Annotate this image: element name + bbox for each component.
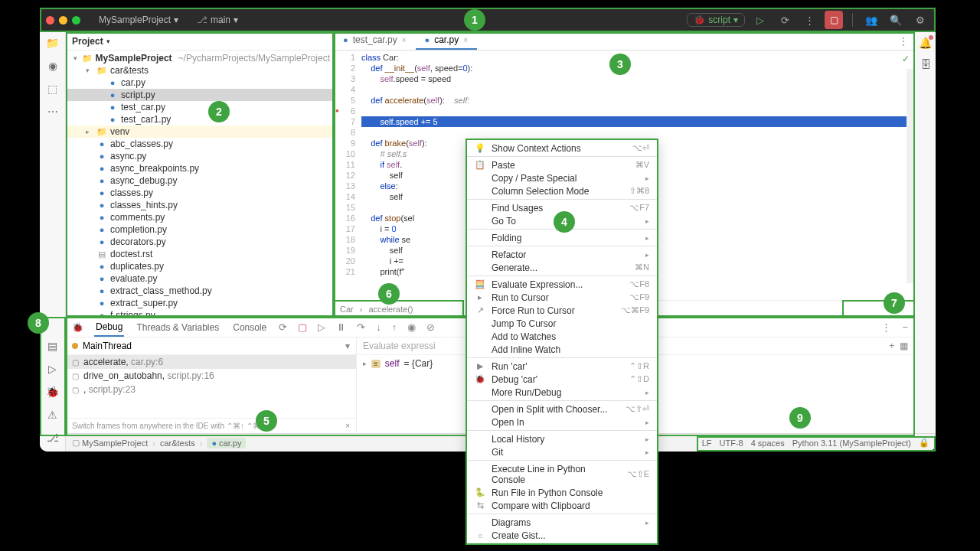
python-packages-icon[interactable]: ▤ bbox=[47, 340, 57, 352]
rerun-button[interactable]: ⟳ bbox=[776, 11, 794, 29]
context-menu-item[interactable]: Add Inline Watch bbox=[467, 343, 657, 356]
debug-more-icon[interactable]: ⋮ bbox=[881, 321, 891, 333]
threads-vars-tab[interactable]: Threads & Variables bbox=[135, 319, 220, 336]
context-menu-item[interactable]: ○Create Gist... bbox=[467, 529, 657, 542]
search-everywhere-icon[interactable]: 🔍 bbox=[887, 11, 905, 29]
notifications-icon[interactable]: 🔔 bbox=[919, 37, 932, 49]
add-watch-icon[interactable]: + bbox=[889, 341, 894, 351]
context-menu-item[interactable]: Column Selection Mode⇧⌘8 bbox=[467, 184, 657, 197]
vcs-branch-dropdown[interactable]: ⎇ main ▾ bbox=[191, 13, 244, 27]
context-menu-item[interactable]: 📋Paste⌘V bbox=[467, 158, 657, 171]
tree-item[interactable]: ●async.py bbox=[66, 150, 333, 162]
project-dropdown[interactable]: MySampleProject ▾ bbox=[93, 13, 185, 27]
context-menu-item[interactable]: Add to Watches bbox=[467, 330, 657, 343]
context-menu-item[interactable]: Local History▸ bbox=[467, 432, 657, 445]
close-hint-icon[interactable]: × bbox=[345, 422, 350, 430]
database-tool-icon[interactable]: 🗄 bbox=[920, 58, 931, 70]
step-into-icon[interactable]: ↓ bbox=[376, 321, 381, 333]
tree-item[interactable]: ▸📁venv bbox=[66, 126, 333, 138]
tree-item[interactable]: ●evaluate.py bbox=[66, 272, 333, 285]
tree-item[interactable]: ●async_breakpoints.py bbox=[66, 162, 333, 174]
context-menu-item[interactable]: Folding▸ bbox=[467, 231, 657, 244]
tree-item[interactable]: ●extract_class_method.py bbox=[66, 285, 333, 297]
context-menu-item[interactable]: Generate...⌘N bbox=[467, 261, 657, 274]
stack-frame[interactable]: ▢accelerate, car.py:6 bbox=[66, 355, 356, 369]
context-menu-item[interactable]: Copy / Paste Special▸ bbox=[467, 171, 657, 184]
tree-item[interactable]: ●comments.py bbox=[66, 211, 333, 223]
debug-tab[interactable]: Debug bbox=[94, 318, 124, 337]
tree-item[interactable]: ●f-strings.py bbox=[66, 309, 333, 317]
context-menu-item[interactable]: 🐍Run File in Python Console bbox=[467, 486, 657, 499]
tree-item[interactable]: ●completion.py bbox=[66, 223, 333, 236]
tree-item[interactable]: ●script.py bbox=[66, 89, 333, 101]
interpreter-widget[interactable]: Python 3.11 (MySampleProject) bbox=[792, 439, 911, 448]
mute-breakpoints-icon[interactable]: ⊘ bbox=[426, 321, 435, 333]
context-menu-item[interactable]: ⇆Compare with Clipboard bbox=[467, 499, 657, 512]
minimize-window-icon[interactable] bbox=[59, 16, 67, 24]
context-menu-item[interactable]: Execute Line in Python Console⌥⇧E bbox=[467, 462, 657, 486]
tree-item[interactable]: ●test_car.py bbox=[66, 101, 333, 113]
inspection-check-icon[interactable]: ✓ bbox=[902, 54, 910, 64]
context-menu-item[interactable]: ↗Force Run to Cursor⌥⌘F9 bbox=[467, 304, 657, 317]
step-over-icon[interactable]: ↷ bbox=[357, 321, 365, 333]
run-tool-icon[interactable]: ▷ bbox=[48, 363, 57, 375]
thread-selector[interactable]: MainThread ▾ bbox=[66, 337, 356, 355]
maximize-window-icon[interactable] bbox=[72, 16, 80, 24]
tree-item[interactable]: ●car.py bbox=[66, 77, 333, 89]
project-header[interactable]: Project ▾ bbox=[66, 32, 333, 51]
tree-item[interactable]: ●extract_super.py bbox=[66, 297, 333, 309]
context-menu-item[interactable]: 💡Show Context Actions⌥⏎ bbox=[467, 142, 657, 155]
lock-icon[interactable]: 🔒 bbox=[919, 438, 929, 448]
context-menu-item[interactable]: Jump To Cursor bbox=[467, 317, 657, 330]
pause-icon[interactable]: ⏸ bbox=[336, 321, 346, 333]
tree-item[interactable]: ●decorators.py bbox=[66, 236, 333, 248]
structure-tool-icon[interactable]: ⬚ bbox=[47, 83, 57, 95]
editor-tab[interactable]: ●car.py× bbox=[416, 31, 478, 50]
resume-icon[interactable]: ▷ bbox=[318, 321, 325, 333]
run-config-dropdown[interactable]: 🐞 script ▾ bbox=[687, 13, 745, 27]
tree-item[interactable]: ▤doctest.rst bbox=[66, 248, 333, 260]
tree-item[interactable]: ●classes_hints.py bbox=[66, 199, 333, 211]
vcs-tool-icon[interactable]: ⎇ bbox=[47, 432, 59, 444]
settings-icon[interactable]: ⚙ bbox=[911, 11, 929, 29]
more-run-button[interactable]: ⋮ bbox=[800, 11, 818, 29]
problems-tool-icon[interactable]: ⚠ bbox=[47, 409, 57, 421]
stop-debug-icon[interactable]: ▢ bbox=[298, 321, 307, 333]
context-menu-item[interactable]: More Run/Debug▸ bbox=[467, 386, 657, 399]
tree-item[interactable]: ●abc_classes.py bbox=[66, 138, 333, 150]
project-tool-icon[interactable]: 📁 bbox=[46, 37, 59, 49]
step-out-icon[interactable]: ↑ bbox=[392, 321, 397, 333]
editor-tab[interactable]: ●test_car.py× bbox=[334, 31, 416, 50]
encoding-widget[interactable]: UTF-8 bbox=[720, 439, 743, 448]
line-sep-widget[interactable]: LF bbox=[702, 439, 712, 448]
editor-tabs-more-icon[interactable]: ⋮ bbox=[893, 33, 914, 50]
view-breakpoints-icon[interactable]: ◉ bbox=[407, 321, 416, 333]
tree-item[interactable]: ●test_car1.py bbox=[66, 113, 333, 126]
hide-debug-icon[interactable]: − bbox=[902, 321, 908, 333]
indent-widget[interactable]: 4 spaces bbox=[751, 439, 785, 448]
commit-tool-icon[interactable]: ◉ bbox=[48, 60, 57, 72]
layout-icon[interactable]: ▦ bbox=[900, 341, 908, 351]
context-menu-item[interactable]: ▶Run 'car'⌃⇧R bbox=[467, 360, 657, 373]
console-tab[interactable]: Console bbox=[231, 319, 268, 336]
nav-breadcrumb[interactable]: ▢MySampleProject › car&tests › ●car.py bbox=[72, 438, 246, 448]
context-menu-item[interactable]: 🐞Debug 'car'⌃⇧D bbox=[467, 373, 657, 386]
run-button[interactable]: ▷ bbox=[751, 11, 769, 29]
stack-frame[interactable]: ▢, script.py:23 bbox=[66, 383, 356, 396]
gutter[interactable]: 12345●6789101112131415161718192021 bbox=[334, 51, 361, 300]
rerun-debug-icon[interactable]: ⟳ bbox=[279, 321, 287, 333]
context-menu-item[interactable]: Open In▸ bbox=[467, 416, 657, 429]
frame-list[interactable]: ▢accelerate, car.py:6▢drive_on_autobahn,… bbox=[66, 355, 356, 418]
stack-frame[interactable]: ▢drive_on_autobahn, script.py:16 bbox=[66, 369, 356, 383]
project-tree[interactable]: ▾📁MySampleProject~/PycharmProjects/MySam… bbox=[66, 51, 333, 317]
tree-item[interactable]: ●duplicates.py bbox=[66, 260, 333, 272]
more-tools-icon[interactable]: ⋯ bbox=[47, 106, 58, 118]
context-menu-item[interactable]: ▸Run to Cursor⌥F9 bbox=[467, 291, 657, 304]
scrollbar[interactable] bbox=[906, 69, 914, 283]
stop-button[interactable]: ▢ bbox=[825, 11, 843, 29]
tree-item[interactable]: ▾📁car&tests bbox=[66, 64, 333, 77]
close-window-icon[interactable] bbox=[46, 16, 54, 24]
tree-item[interactable]: ●classes.py bbox=[66, 187, 333, 199]
context-menu-item[interactable]: Diagrams▸ bbox=[467, 516, 657, 529]
context-menu-item[interactable]: Refactor▸ bbox=[467, 248, 657, 261]
